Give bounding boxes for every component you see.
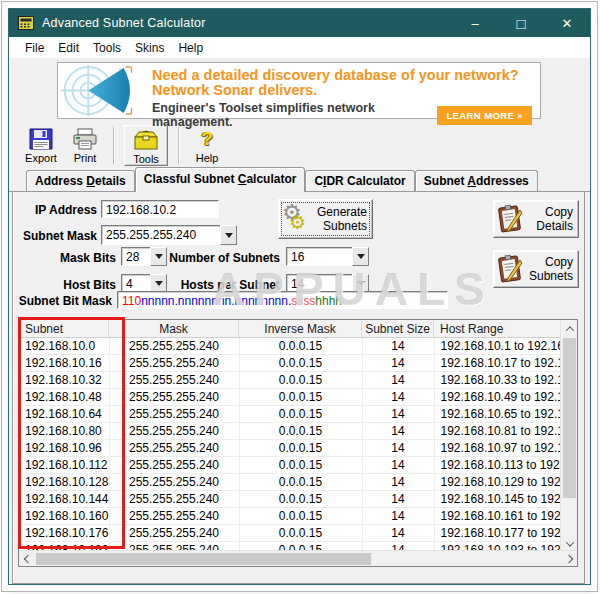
help-button[interactable]: ? Help — [185, 125, 229, 166]
cell-mask: 255.255.255.240 — [109, 491, 239, 508]
export-button[interactable]: Export — [19, 125, 63, 166]
column-header-host-range[interactable]: Host Range — [434, 320, 562, 337]
cell-inverse-mask: 0.0.0.15 — [239, 474, 362, 491]
table-row[interactable]: 192.168.10.160255.255.255.2400.0.0.15141… — [19, 508, 562, 525]
cell-host-range: 192.168.10.1 to 192.168.10 — [434, 338, 562, 355]
chevron-down-icon — [155, 281, 163, 286]
cell-host-range: 192.168.10.65 to 192.168.1 — [434, 406, 562, 423]
mask-bits-label: Mask Bits — [21, 251, 116, 265]
number-of-subnets-label: Number of Subnets — [168, 251, 280, 265]
cell-host-range: 192.168.10.49 to 192.168.1 — [434, 389, 562, 406]
tab-address-details[interactable]: Address Details — [26, 170, 135, 191]
tools-button[interactable]: Tools — [124, 125, 168, 166]
cell-inverse-mask: 0.0.0.15 — [239, 372, 362, 389]
mask-bits-combobox[interactable]: 28 — [121, 247, 167, 266]
subnet-mask-combobox[interactable]: 255.255.255.240 — [101, 225, 237, 245]
ip-address-input[interactable]: 192.168.10.2 — [101, 200, 219, 218]
cell-subnet-size: 14 — [362, 491, 434, 508]
close-button[interactable]: ✕ — [544, 9, 590, 37]
bitmask-segment: nnnnn.nnnnnnnn.nnnnnnnn. — [141, 294, 291, 308]
dropdown-button[interactable] — [150, 247, 167, 266]
subnet-table: Subnet Mask Inverse Mask Subnet Size Hos… — [18, 319, 578, 567]
menu-bar: File Edit Tools Skins Help — [9, 37, 590, 59]
cell-host-range: 192.168.10.33 to 192.168.1 — [434, 372, 562, 389]
table-row[interactable]: 192.168.10.144255.255.255.2400.0.0.15141… — [19, 491, 562, 508]
cell-host-range: 192.168.10.17 to 192.168.1 — [434, 355, 562, 372]
export-label: Export — [25, 152, 57, 164]
menu-help[interactable]: Help — [171, 38, 210, 58]
generate-subnets-button[interactable]: ⚙ ⚙ GenerateSubnets — [278, 199, 373, 239]
cell-mask: 255.255.255.240 — [109, 355, 239, 372]
learn-more-button[interactable]: LEARN MORE » — [437, 106, 532, 125]
menu-skins[interactable]: Skins — [128, 38, 171, 58]
copy-subnets-button[interactable]: CopySubnets — [493, 250, 579, 288]
print-label: Print — [74, 152, 97, 164]
table-row[interactable]: 192.168.10.0255.255.255.2400.0.0.1514192… — [19, 338, 562, 355]
copy-details-button[interactable]: CopyDetails — [493, 200, 579, 238]
minimize-button[interactable]: – — [452, 9, 498, 37]
chevron-right-icon — [564, 554, 572, 562]
cell-subnet: 192.168.10.80 — [19, 423, 109, 440]
table-row[interactable]: 192.168.10.112255.255.255.2400.0.0.15141… — [19, 457, 562, 474]
cell-inverse-mask: 0.0.0.15 — [239, 423, 362, 440]
cell-subnet: 192.168.10.176 — [19, 525, 109, 542]
subnet-mask-label: Subnet Mask — [13, 229, 97, 243]
printer-icon — [72, 127, 98, 151]
cell-mask: 255.255.255.240 — [109, 372, 239, 389]
vertical-scroll-thumb[interactable] — [563, 338, 576, 498]
column-header-mask[interactable]: Mask — [109, 320, 239, 337]
print-button[interactable]: Print — [63, 125, 107, 166]
cell-inverse-mask: 0.0.0.15 — [239, 457, 362, 474]
table-row[interactable]: 192.168.10.16255.255.255.2400.0.0.151419… — [19, 355, 562, 372]
cell-mask: 255.255.255.240 — [109, 508, 239, 525]
tab-classful-subnet-calculator[interactable]: Classful Subnet Calculator — [135, 167, 306, 192]
subnet-mask-value: 255.255.255.240 — [101, 225, 220, 245]
clipboard-icon — [496, 204, 526, 234]
column-header-subnet[interactable]: Subnet — [19, 320, 109, 337]
title-bar: Advanced Subnet Calculator – □ ✕ — [9, 9, 590, 37]
table-row[interactable]: 192.168.10.80255.255.255.2400.0.0.151419… — [19, 423, 562, 440]
cell-mask: 255.255.255.240 — [109, 474, 239, 491]
dropdown-button[interactable] — [352, 247, 369, 266]
scroll-right-button[interactable] — [560, 551, 577, 566]
chevron-down-icon — [565, 538, 573, 546]
cell-inverse-mask: 0.0.0.15 — [239, 389, 362, 406]
cell-subnet-size: 14 — [362, 389, 434, 406]
toolbar-separator — [178, 127, 179, 164]
column-header-inverse-mask[interactable]: Inverse Mask — [239, 320, 362, 337]
gear-icon: ⚙ — [289, 211, 306, 233]
table-row[interactable]: 192.168.10.48255.255.255.2400.0.0.151419… — [19, 389, 562, 406]
menu-tools[interactable]: Tools — [86, 38, 128, 58]
cell-mask: 255.255.255.240 — [109, 406, 239, 423]
cell-subnet: 192.168.10.112 — [19, 457, 109, 474]
table-row[interactable]: 192.168.10.96255.255.255.2400.0.0.151419… — [19, 440, 562, 457]
cell-subnet: 192.168.10.96 — [19, 440, 109, 457]
tab-cidr-calculator[interactable]: CIDR Calculator — [305, 170, 414, 191]
scroll-up-button[interactable] — [561, 320, 578, 337]
horizontal-scroll-thumb[interactable] — [36, 553, 371, 565]
vertical-scrollbar[interactable] — [560, 320, 577, 552]
bitmask-segment: 110 — [122, 294, 141, 308]
banner-text-block: Need a detailed discovery database of yo… — [148, 63, 540, 118]
cell-inverse-mask: 0.0.0.15 — [239, 406, 362, 423]
table-row[interactable]: 192.168.10.64255.255.255.2400.0.0.151419… — [19, 406, 562, 423]
dropdown-button[interactable] — [220, 225, 237, 245]
menu-file[interactable]: File — [18, 38, 51, 58]
scroll-left-button[interactable] — [19, 551, 36, 566]
table-row[interactable]: 192.168.10.32255.255.255.2400.0.0.151419… — [19, 372, 562, 389]
maximize-button[interactable]: □ — [498, 9, 544, 37]
banner-row: Need a detailed discovery database of yo… — [9, 59, 590, 123]
cell-subnet: 192.168.10.48 — [19, 389, 109, 406]
chevron-down-icon — [225, 233, 233, 238]
menu-edit[interactable]: Edit — [51, 38, 86, 58]
column-header-subnet-size[interactable]: Subnet Size — [362, 320, 434, 337]
cell-host-range: 192.168.10.145 to 192.168. — [434, 491, 562, 508]
cell-subnet-size: 14 — [362, 338, 434, 355]
ad-banner[interactable]: Need a detailed discovery database of yo… — [57, 62, 541, 119]
table-row[interactable]: 192.168.10.176255.255.255.2400.0.0.15141… — [19, 525, 562, 542]
horizontal-scrollbar[interactable] — [19, 550, 577, 566]
window-title: Advanced Subnet Calculator — [42, 16, 206, 30]
number-of-subnets-combobox[interactable]: 16 — [286, 247, 369, 266]
tab-subnet-addresses[interactable]: Subnet Addresses — [415, 170, 538, 191]
table-row[interactable]: 192.168.10.128255.255.255.2400.0.0.15141… — [19, 474, 562, 491]
